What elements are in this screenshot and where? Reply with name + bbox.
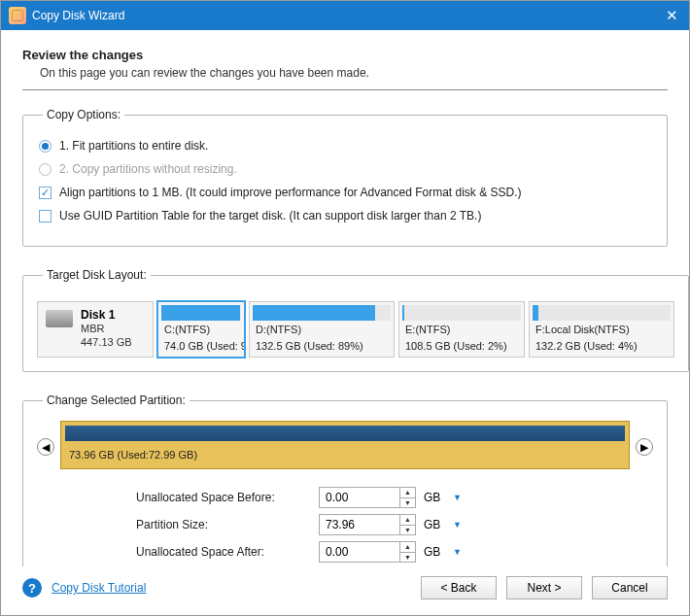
selected-partition-box[interactable]: 73.96 GB (Used:72.99 GB) bbox=[60, 421, 630, 469]
unalloc-before-input[interactable] bbox=[320, 488, 399, 507]
back-button[interactable]: < Back bbox=[421, 576, 497, 599]
unit-label: GB bbox=[424, 491, 445, 504]
row-partition-size: Partition Size: ▲▼ GB ▼ bbox=[136, 514, 554, 535]
partition-grow-right-button[interactable]: ▶ bbox=[636, 438, 653, 456]
option-use-gpt[interactable]: Use GUID Partition Table for the target … bbox=[39, 209, 653, 222]
checkbox-unchecked-icon bbox=[39, 210, 52, 222]
unalloc-before-label: Unallocated Space Before: bbox=[136, 491, 311, 504]
close-icon[interactable]: ✕ bbox=[662, 7, 681, 24]
partition-box[interactable]: F:Local Disk(NTFS)132.2 GB (Used: 4%) bbox=[529, 301, 674, 358]
option-noresize-label: 2. Copy partitions without resizing. bbox=[59, 162, 237, 176]
partition-shrink-left-button[interactable]: ◀ bbox=[37, 438, 54, 456]
unit-label: GB bbox=[424, 545, 445, 559]
selected-partition-bar bbox=[65, 426, 625, 441]
radio-selected-icon bbox=[39, 140, 52, 153]
option-fit-partitions[interactable]: 1. Fit partitions to entire disk. bbox=[39, 139, 653, 153]
radio-unselected-icon bbox=[39, 163, 52, 176]
tutorial-link[interactable]: Copy Disk Tutorial bbox=[52, 581, 146, 595]
unalloc-after-input[interactable] bbox=[320, 542, 399, 562]
partition-box[interactable]: C:(NTFS)74.0 GB (Used: 99%) bbox=[157, 301, 245, 358]
spinner-buttons: ▲▼ bbox=[399, 515, 415, 534]
spin-down-icon[interactable]: ▼ bbox=[400, 553, 415, 563]
spinner-buttons: ▲▼ bbox=[399, 488, 415, 507]
footer: ? Copy Disk Tutorial < Back Next > Cance… bbox=[1, 566, 689, 615]
divider bbox=[22, 89, 668, 90]
wizard-window: Copy Disk Wizard ✕ Review the changes On… bbox=[0, 0, 690, 616]
app-icon bbox=[9, 7, 26, 24]
row-unalloc-after: Unallocated Space After: ▲▼ GB ▼ bbox=[136, 541, 554, 563]
partition-usage-bar bbox=[533, 305, 671, 321]
disk-type: MBR bbox=[81, 322, 132, 335]
partitions-container: C:(NTFS)74.0 GB (Used: 99%)D:(NTFS)132.5… bbox=[157, 301, 674, 358]
change-partition-legend: Change Selected Partition: bbox=[43, 394, 190, 407]
spin-down-icon[interactable]: ▼ bbox=[400, 498, 415, 508]
option-align-partitions[interactable]: ✓ Align partitions to 1 MB. (It could im… bbox=[39, 186, 653, 199]
partition-size-spinner[interactable]: ▲▼ bbox=[319, 514, 416, 535]
checkbox-checked-icon: ✓ bbox=[39, 187, 52, 199]
partition-line1: F:Local Disk(NTFS) bbox=[530, 321, 673, 340]
unit-dropdown-icon[interactable]: ▼ bbox=[453, 520, 462, 530]
spinner-buttons: ▲▼ bbox=[399, 542, 415, 562]
csp-outer: ◀ 73.96 GB (Used:72.99 GB) ▶ bbox=[37, 421, 653, 469]
spin-up-icon[interactable]: ▲ bbox=[400, 542, 415, 553]
spin-up-icon[interactable]: ▲ bbox=[400, 488, 415, 498]
spin-down-icon[interactable]: ▼ bbox=[400, 526, 415, 535]
window-title: Copy Disk Wizard bbox=[32, 9, 662, 22]
partition-used-fill bbox=[161, 305, 240, 321]
unit-dropdown-icon[interactable]: ▼ bbox=[453, 547, 462, 557]
partition-size-input[interactable] bbox=[320, 515, 399, 534]
unalloc-after-spinner[interactable]: ▲▼ bbox=[319, 541, 416, 563]
partition-line2: 132.5 GB (Used: 89%) bbox=[250, 340, 394, 357]
partition-line1: D:(NTFS) bbox=[250, 321, 394, 340]
partition-line1: E:(NTFS) bbox=[399, 321, 524, 340]
partition-used-fill bbox=[402, 305, 404, 321]
size-form: Unallocated Space Before: ▲▼ GB ▼ Partit… bbox=[136, 487, 554, 563]
unalloc-before-spinner[interactable]: ▲▼ bbox=[319, 487, 416, 508]
option-gpt-label: Use GUID Partition Table for the target … bbox=[59, 209, 481, 222]
disk-icon bbox=[46, 310, 73, 327]
disk-info: Disk 1 MBR 447.13 GB bbox=[81, 308, 132, 350]
partition-usage-bar bbox=[253, 305, 391, 321]
partition-line2: 108.5 GB (Used: 2%) bbox=[399, 340, 524, 357]
unit-label: GB bbox=[424, 518, 445, 531]
partition-box[interactable]: D:(NTFS)132.5 GB (Used: 89%) bbox=[249, 301, 395, 358]
layout-row: Disk 1 MBR 447.13 GB C:(NTFS)74.0 GB (Us… bbox=[37, 301, 674, 358]
spin-up-icon[interactable]: ▲ bbox=[400, 515, 415, 526]
option-copy-without-resize[interactable]: 2. Copy partitions without resizing. bbox=[39, 162, 653, 176]
page-title: Review the changes bbox=[22, 48, 668, 62]
selected-partition-label: 73.96 GB (Used:72.99 GB) bbox=[61, 445, 629, 466]
partition-size-label: Partition Size: bbox=[136, 518, 311, 531]
disk-summary[interactable]: Disk 1 MBR 447.13 GB bbox=[37, 301, 154, 358]
change-partition-group: Change Selected Partition: ◀ 73.96 GB (U… bbox=[22, 394, 668, 566]
unit-dropdown-icon[interactable]: ▼ bbox=[453, 493, 462, 502]
help-icon[interactable]: ? bbox=[22, 578, 42, 598]
titlebar: Copy Disk Wizard ✕ bbox=[1, 1, 689, 30]
option-fit-label: 1. Fit partitions to entire disk. bbox=[59, 139, 208, 153]
page-desc: On this page you can review the changes … bbox=[40, 66, 668, 80]
partition-box[interactable]: E:(NTFS)108.5 GB (Used: 2%) bbox=[398, 301, 525, 358]
partition-line2: 74.0 GB (Used: 99%) bbox=[158, 340, 244, 357]
option-align-label: Align partitions to 1 MB. (It could impr… bbox=[59, 186, 522, 199]
row-unalloc-before: Unallocated Space Before: ▲▼ GB ▼ bbox=[136, 487, 554, 508]
next-button[interactable]: Next > bbox=[506, 576, 582, 599]
unalloc-after-label: Unallocated Space After: bbox=[136, 545, 311, 559]
target-layout-group: Target Disk Layout: Disk 1 MBR 447.13 GB… bbox=[22, 268, 689, 372]
disk-name: Disk 1 bbox=[81, 308, 132, 322]
partition-line1: C:(NTFS) bbox=[158, 321, 244, 340]
cancel-button[interactable]: Cancel bbox=[592, 576, 668, 599]
copy-options-legend: Copy Options: bbox=[43, 108, 124, 121]
partition-used-fill bbox=[253, 305, 375, 321]
partition-usage-bar bbox=[161, 305, 241, 321]
copy-options-group: Copy Options: 1. Fit partitions to entir… bbox=[22, 108, 668, 247]
partition-used-fill bbox=[533, 305, 538, 321]
partition-line2: 132.2 GB (Used: 4%) bbox=[530, 340, 673, 357]
target-layout-legend: Target Disk Layout: bbox=[43, 268, 151, 282]
partition-usage-bar bbox=[402, 305, 521, 321]
content-area: Review the changes On this page you can … bbox=[1, 30, 689, 566]
disk-size: 447.13 GB bbox=[81, 335, 132, 349]
